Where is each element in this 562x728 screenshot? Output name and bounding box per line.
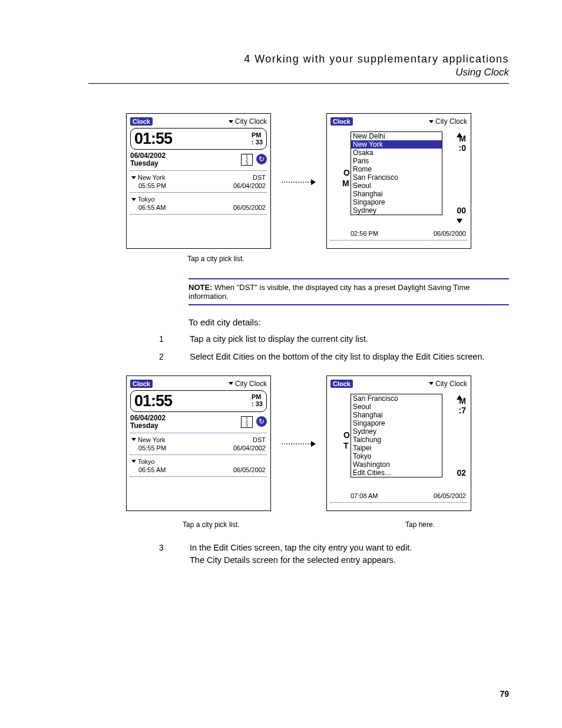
step-item: In the Edit Cities screen, tap the city … (159, 542, 509, 568)
note-text: When "DST" is visible, the displayed cit… (189, 283, 470, 301)
step-item: Tap a city pick list to display the curr… (159, 333, 509, 346)
list-item[interactable]: Paris (351, 157, 442, 165)
figure-caption-row: Tap a city pick list. Tap here. (88, 517, 509, 529)
divider (130, 214, 267, 215)
pm-seconds: PM : 33 (252, 394, 263, 407)
edit-heading: To edit city details: (189, 317, 509, 327)
manual-page: 4 Working with your supplementary applic… (0, 0, 562, 728)
scroll-up-icon[interactable] (457, 395, 462, 400)
device-city-list: Clock City Clock M :0 O M 00 New Delhi N… (326, 113, 471, 249)
divider (330, 240, 467, 241)
divider (130, 476, 267, 477)
chevron-down-icon (131, 460, 136, 463)
time-display: 01:55 (134, 130, 172, 148)
date-row: 06/04/2002 Tuesday 1 2 3 ↻ (130, 152, 267, 167)
step-item: Select Edit Cities on the bottom of the … (159, 351, 509, 364)
list-item[interactable]: San Francisco (351, 394, 442, 403)
list-item-edit-cities[interactable]: Edit Cities… (351, 469, 442, 477)
chapter-title: 4 Working with your supplementary applic… (88, 53, 509, 65)
list-item[interactable]: Singapore (351, 198, 442, 206)
dst-label: DST (253, 436, 266, 443)
list-item[interactable]: New Delhi (351, 132, 442, 140)
device-clock-main-2: Clock City Clock 01:55 PM : 33 06/04/200… (126, 375, 271, 511)
pm-seconds: PM : 33 (252, 132, 263, 146)
note-box: NOTE: When "DST" is visible, the display… (189, 278, 509, 305)
clock-app-label[interactable]: Clock (330, 380, 353, 388)
city-pick-1[interactable]: New York (131, 174, 165, 181)
chevron-down-icon (429, 382, 434, 385)
list-item[interactable]: Shanghai (351, 411, 442, 419)
chevron-down-icon (229, 382, 233, 385)
divider (330, 502, 467, 503)
list-item[interactable]: Sydney (351, 206, 442, 215)
globe-icon[interactable]: ↻ (256, 416, 267, 427)
dst-label: DST (253, 174, 266, 181)
calendar-icon[interactable]: 1 2 3 (241, 154, 253, 166)
list-item[interactable]: Sydney (351, 427, 442, 436)
date-row: 06/04/2002 Tuesday 1 2 3 ↻ (130, 414, 267, 430)
arrow-icon (282, 173, 316, 189)
section-title: Using Clock (88, 67, 509, 78)
figure-caption: Tap a city pick list. (183, 521, 365, 529)
list-item[interactable]: Singapore (351, 419, 442, 427)
calendar-icon[interactable]: 1 2 3 (241, 416, 253, 428)
city-list: New Delhi New York Osaka Paris Rome San … (351, 131, 442, 215)
figure-caption: Tap a city pick list. (187, 255, 509, 263)
clock-app-label[interactable]: Clock (130, 117, 153, 126)
view-selector[interactable]: City Clock (429, 380, 467, 388)
view-selector[interactable]: City Clock (229, 380, 267, 388)
list-item[interactable]: Seoul (351, 182, 442, 190)
main-time-box: 01:55 PM : 33 (130, 390, 267, 412)
view-selector[interactable]: City Clock (229, 117, 267, 126)
note-label: NOTE: (189, 283, 212, 292)
clock-app-label[interactable]: Clock (130, 380, 153, 388)
chevron-down-icon (429, 120, 434, 123)
time-display: 01:55 (134, 392, 172, 410)
step-list: Tap a city pick list to display the curr… (159, 333, 509, 364)
city-pick-2[interactable]: Tokyo (131, 196, 155, 203)
figure-row-2: Clock City Clock 01:55 PM : 33 06/04/200… (88, 375, 509, 511)
divider (130, 170, 267, 171)
arrow-icon (282, 435, 316, 452)
list-item[interactable]: San Francisco (351, 173, 442, 182)
device-clock-main: Clock City Clock 01:55 PM : 33 06/04/200… (126, 113, 271, 249)
divider (130, 192, 267, 193)
list-item[interactable]: Taipei (351, 444, 442, 452)
list-item[interactable]: New York (351, 140, 442, 149)
main-time-box: 01:55 PM : 33 (130, 128, 267, 150)
page-header: 4 Working with your supplementary applic… (88, 53, 509, 84)
list-item[interactable]: Seoul (351, 403, 442, 411)
list-item[interactable]: Shanghai (351, 190, 442, 198)
list-item[interactable]: Rome (351, 165, 442, 173)
list-item[interactable]: Osaka (351, 149, 442, 157)
list-item[interactable]: Tokyo (351, 452, 442, 460)
city-pick-2[interactable]: Tokyo (131, 458, 155, 465)
list-item[interactable]: Washington (351, 460, 442, 469)
view-selector[interactable]: City Clock (429, 117, 467, 126)
figure-row-1: Clock City Clock 01:55 PM : 33 06/04/200… (88, 113, 509, 249)
divider (130, 433, 267, 433)
step-list: In the Edit Cities screen, tap the city … (159, 542, 509, 568)
scroll-down-icon[interactable] (457, 219, 462, 223)
chevron-down-icon (131, 198, 136, 201)
chevron-down-icon (229, 120, 233, 123)
divider (130, 454, 267, 455)
chevron-down-icon (131, 176, 136, 179)
scroll-up-icon[interactable] (457, 133, 462, 137)
figure-caption: Tap here. (405, 521, 435, 529)
list-item[interactable]: Taichung (351, 436, 442, 444)
page-number: 79 (500, 689, 509, 699)
device-city-list-2: Clock City Clock M :7 O T 02 San Francis… (326, 375, 471, 511)
city-list: San Francisco Seoul Shanghai Singapore S… (351, 394, 442, 477)
clock-app-label[interactable]: Clock (330, 117, 353, 126)
chevron-down-icon (131, 438, 136, 441)
city-pick-1[interactable]: New York (131, 436, 165, 443)
globe-icon[interactable]: ↻ (256, 154, 267, 164)
